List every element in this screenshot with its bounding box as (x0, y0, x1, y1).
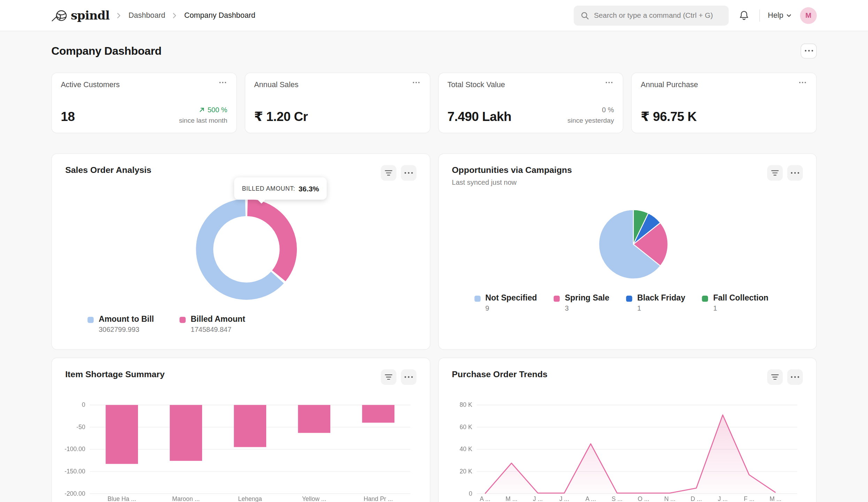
search-input[interactable] (594, 11, 722, 20)
chart-title: Opportunities via Campaigns (452, 165, 572, 175)
chart-menu-button[interactable] (401, 369, 416, 385)
card-menu-button[interactable] (798, 80, 807, 85)
card-menu-button[interactable] (218, 80, 227, 85)
chart-menu-button[interactable] (787, 165, 803, 181)
arrow-up-right-icon (199, 107, 205, 113)
svg-text:M ...: M ... (769, 495, 781, 502)
yarn-ball-icon (51, 9, 68, 22)
card-menu-button[interactable] (411, 80, 421, 85)
help-label: Help (768, 11, 783, 20)
legend-item: Billed Amount 1745849.847 (179, 314, 245, 333)
delta-period: since last month (179, 116, 228, 124)
ellipsis-icon (804, 50, 813, 52)
chevron-right-icon (171, 12, 178, 19)
legend-value: 1 (637, 305, 685, 312)
chart-tooltip: BILLED AMOUNT: 36.3% (234, 177, 327, 200)
chart-title: Purchase Order Trends (452, 369, 547, 379)
chart-filter-button[interactable] (767, 369, 783, 385)
legend-swatch (87, 317, 94, 323)
svg-text:40 K: 40 K (459, 446, 472, 452)
chevron-down-icon (785, 12, 792, 18)
ellipsis-icon (219, 82, 226, 84)
svg-text:-100.00: -100.00 (64, 446, 85, 452)
delta-value: 500 % (208, 106, 228, 114)
svg-text:80 K: 80 K (459, 401, 472, 408)
svg-text:Maroon ...: Maroon ... (172, 495, 200, 502)
svg-text:J ...: J ... (533, 495, 543, 502)
legend-item: Spring Sale 3 (554, 294, 609, 312)
number-card-active-customers[interactable]: Active Customers 18 500 % since last mon… (51, 73, 237, 133)
legend-label: Spring Sale (565, 294, 609, 303)
card-value: ₹ 1.20 Cr (254, 109, 308, 124)
svg-text:0: 0 (82, 401, 85, 408)
avatar[interactable]: M (800, 7, 817, 24)
svg-text:N ...: N ... (664, 495, 675, 502)
legend-label: Black Friday (637, 294, 685, 303)
legend-swatch (626, 296, 632, 302)
legend-value: 9 (485, 305, 537, 312)
chart-filter-button[interactable] (381, 369, 396, 385)
svg-text:F ...: F ... (744, 495, 754, 502)
chart-menu-button[interactable] (401, 165, 416, 181)
number-cards-row: Active Customers 18 500 % since last mon… (51, 73, 817, 133)
svg-text:J ...: J ... (559, 495, 569, 502)
line-chart[interactable]: 020 K40 K60 K80 KA ...M ...J ...J ...A .… (450, 397, 806, 502)
svg-text:Yellow ...: Yellow ... (302, 495, 327, 502)
ellipsis-icon (404, 376, 413, 378)
logo[interactable]: spindl (51, 8, 109, 22)
logo-text: spindl (71, 8, 109, 22)
ellipsis-icon (412, 82, 420, 84)
card-value: 7.490 Lakh (447, 109, 511, 124)
pie-chart[interactable] (595, 206, 671, 282)
chart-filter-button[interactable] (767, 165, 783, 181)
delta-badge: 500 % (179, 106, 228, 114)
help-menu[interactable]: Help (768, 11, 792, 20)
ellipsis-icon (606, 82, 613, 84)
svg-text:J ...: J ... (717, 495, 727, 502)
legend-label: Amount to Bill (99, 314, 154, 324)
svg-text:S ...: S ... (611, 495, 622, 502)
navbar: spindl Dashboard Company Dashboard (0, 0, 868, 31)
dashboard-menu-button[interactable] (801, 43, 817, 58)
svg-text:O ...: O ... (637, 495, 649, 502)
card-menu-button[interactable] (605, 80, 614, 85)
chart-title: Sales Order Analysis (65, 165, 151, 175)
donut-chart[interactable] (185, 188, 308, 311)
number-card-annual-purchase[interactable]: Annual Purchase ₹ 96.75 K (631, 73, 817, 133)
ellipsis-icon (799, 82, 806, 84)
chart-subtitle: Last synced just now (452, 178, 572, 186)
search-bar[interactable] (574, 5, 729, 25)
legend-item: Not Specified 9 (474, 294, 537, 312)
legend-label: Fall Collection (713, 294, 769, 303)
svg-text:0: 0 (469, 490, 472, 497)
svg-text:M ...: M ... (505, 495, 517, 502)
search-icon (581, 11, 590, 20)
legend-item: Fall Collection 1 (702, 294, 769, 312)
svg-text:-150.00: -150.00 (64, 468, 85, 475)
legend-value: 3062799.993 (99, 326, 154, 333)
breadcrumb-company-dashboard[interactable]: Company Dashboard (184, 11, 255, 20)
bar-chart[interactable]: 0-50-100.00-150.00-200.00Blue Ha ...Maro… (63, 397, 420, 502)
tooltip-label: BILLED AMOUNT: (242, 185, 295, 192)
delta-badge: 0 % (568, 106, 614, 114)
chart-card-sales-order-analysis: Sales Order Analysis BILLED AMOUNT: 36.3… (51, 153, 430, 350)
svg-text:-50: -50 (76, 424, 85, 431)
page-title: Company Dashboard (51, 44, 161, 57)
chart-menu-button[interactable] (787, 369, 803, 385)
breadcrumb-dashboard[interactable]: Dashboard (129, 11, 166, 20)
ellipsis-icon (404, 172, 413, 174)
svg-text:Hand Pr ...: Hand Pr ... (364, 495, 393, 502)
chart-filter-button[interactable] (381, 165, 396, 181)
number-card-annual-sales[interactable]: Annual Sales ₹ 1.20 Cr (245, 73, 430, 133)
chart-title: Item Shortage Summary (65, 369, 164, 379)
ellipsis-icon (791, 376, 800, 378)
legend-item: Amount to Bill 3062799.993 (87, 314, 154, 333)
filter-icon (384, 169, 392, 176)
svg-text:A ...: A ... (585, 495, 596, 502)
svg-text:20 K: 20 K (459, 468, 472, 475)
legend-value: 1745849.847 (191, 326, 245, 333)
number-card-total-stock-value[interactable]: Total Stock Value 7.490 Lakh 0 % since y… (438, 73, 623, 133)
notification-bell-button[interactable] (737, 8, 752, 23)
filter-icon (771, 374, 779, 380)
filter-icon (384, 374, 392, 380)
